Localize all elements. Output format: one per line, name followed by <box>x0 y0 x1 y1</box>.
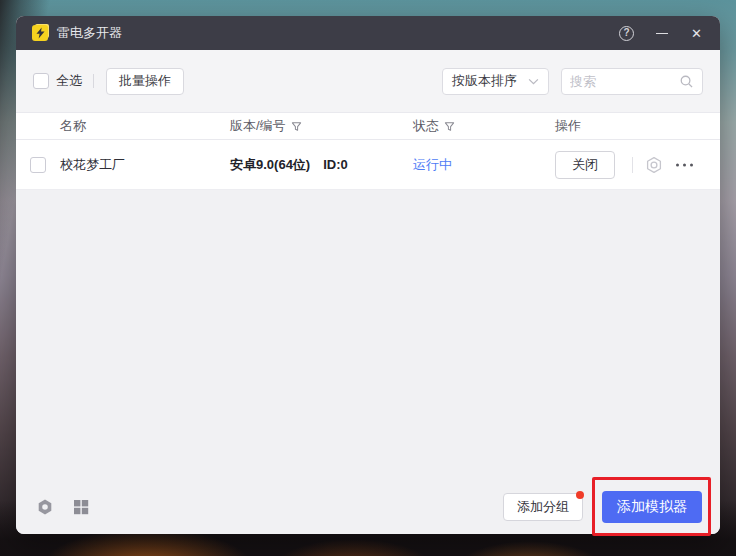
close-button[interactable]: ✕ <box>689 26 704 41</box>
filter-icon[interactable] <box>291 121 302 132</box>
list-empty-area <box>16 190 720 480</box>
select-all-label[interactable]: 全选 <box>56 72 82 90</box>
stop-emulator-button[interactable]: 关闭 <box>555 151 615 179</box>
emulator-version: 安卓9.0(64位) ID:0 <box>230 156 348 174</box>
table-header: 名称 版本/编号 状态 操作 <box>16 112 720 140</box>
bottom-bar: 添加分组 添加模拟器 <box>16 480 720 534</box>
header-version: 版本/编号 <box>230 117 302 135</box>
operations-divider <box>632 157 633 173</box>
emulator-row[interactable]: 校花梦工厂 安卓9.0(64位) ID:0 运行中 关闭 <box>16 140 720 190</box>
filter-icon[interactable] <box>444 121 455 132</box>
toolbar-divider <box>93 74 94 88</box>
row-checkbox[interactable] <box>30 157 46 173</box>
window-controls: ? ✕ <box>619 26 704 41</box>
close-icon: ✕ <box>691 27 702 40</box>
search-box[interactable] <box>561 68 703 95</box>
notification-dot-badge <box>576 491 584 499</box>
search-icon <box>679 74 694 89</box>
header-operations: 操作 <box>555 117 581 135</box>
status-badge: 运行中 <box>413 156 452 174</box>
app-window: 雷电多开器 ? ✕ 全选 批量操作 按版本排序 <box>16 16 720 534</box>
header-name: 名称 <box>60 117 86 135</box>
toolbar: 全选 批量操作 按版本排序 <box>16 50 720 112</box>
window-title: 雷电多开器 <box>57 24 122 42</box>
select-all-checkbox[interactable] <box>33 73 49 89</box>
desktop-background: 雷电多开器 ? ✕ 全选 批量操作 按版本排序 <box>0 0 736 556</box>
row-settings-gear-icon[interactable] <box>644 155 664 175</box>
more-options-icon[interactable] <box>676 159 693 170</box>
minimize-icon <box>656 33 668 34</box>
add-group-button[interactable]: 添加分组 <box>503 493 583 521</box>
batch-operations-button[interactable]: 批量操作 <box>106 68 184 95</box>
global-settings-gear-icon[interactable] <box>36 498 54 516</box>
add-emulator-button[interactable]: 添加模拟器 <box>602 491 702 523</box>
titlebar[interactable]: 雷电多开器 ? ✕ <box>16 16 720 50</box>
search-input[interactable] <box>570 74 679 89</box>
help-button[interactable]: ? <box>619 26 634 41</box>
chevron-down-icon <box>528 78 539 85</box>
sort-dropdown-value: 按版本排序 <box>452 72 528 90</box>
emulator-id: ID:0 <box>323 157 348 172</box>
header-status: 状态 <box>413 117 455 135</box>
app-logo-icon <box>32 25 48 41</box>
help-icon: ? <box>619 26 634 41</box>
minimize-button[interactable] <box>654 26 669 41</box>
sort-dropdown[interactable]: 按版本排序 <box>442 68 549 95</box>
grid-view-icon[interactable] <box>73 499 89 515</box>
emulator-name: 校花梦工厂 <box>60 156 125 174</box>
